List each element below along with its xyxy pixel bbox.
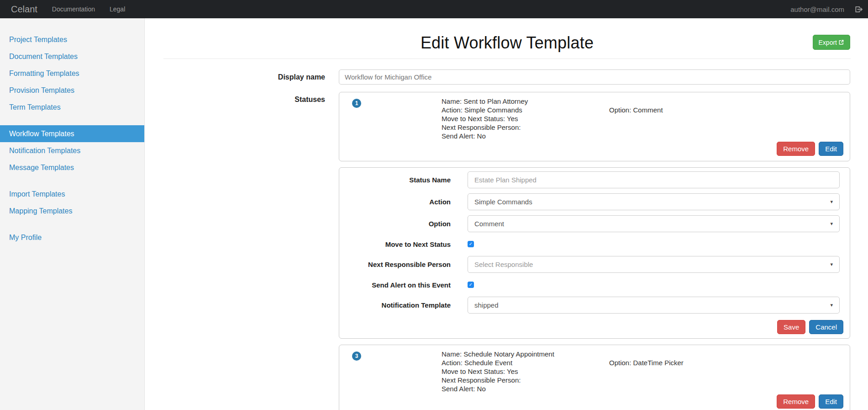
status-card-3: 3 Name: Schedule Notary Appointment Acti… [339, 345, 850, 410]
status-name-field-label: Status Name [339, 176, 451, 184]
sidebar-item-project-templates[interactable]: Project Templates [0, 31, 144, 48]
header-divider [163, 59, 851, 59]
move-to-next-checkbox[interactable] [468, 241, 474, 247]
status-name-row: Status Name [339, 171, 843, 188]
sidebar-item-workflow-templates[interactable]: Workflow Templates [0, 125, 144, 142]
sidebar-item-import-templates[interactable]: Import Templates [0, 186, 144, 202]
status-responsible-line: Next Responsible Person: [442, 123, 609, 132]
user-email: author@mail.com [790, 5, 844, 13]
next-responsible-row: Next Responsible Person Select Responsib… [339, 256, 843, 273]
status-option-line: Option: DateTime Picker [609, 350, 843, 393]
notification-template-label: Notification Template [339, 301, 451, 309]
remove-button[interactable]: Remove [777, 394, 815, 409]
next-responsible-select[interactable]: Select Responsible ▾ [468, 256, 840, 273]
cancel-button[interactable]: Cancel [809, 320, 843, 334]
sidebar-item-message-templates[interactable]: Message Templates [0, 159, 144, 176]
status-name-input[interactable] [468, 171, 840, 188]
edit-button[interactable]: Edit [819, 394, 843, 409]
status-card-1-buttons: Remove Edit [352, 142, 843, 156]
sidebar-item-document-templates[interactable]: Document Templates [0, 48, 144, 65]
option-select-value: Comment [474, 220, 504, 228]
action-row: Action Simple Commands ▾ [339, 193, 843, 210]
statuses-label: Statuses [163, 92, 325, 410]
status-card-3-body: 3 Name: Schedule Notary Appointment Acti… [352, 350, 843, 393]
sidebar-group-templates: Project Templates Document Templates For… [0, 31, 144, 116]
status-name-line: Name: Schedule Notary Appointment [442, 350, 609, 358]
export-button[interactable]: Export [813, 35, 850, 50]
status-card-1: 1 Name: Sent to Plan Attorney Action: Si… [339, 92, 850, 161]
option-field-label: Option [339, 220, 451, 228]
nav-link-legal[interactable]: Legal [110, 5, 125, 13]
status-edit-form-card: Status Name Action Simple Commands ▾ [339, 167, 850, 339]
display-name-row: Display name [163, 69, 851, 85]
status-move-line: Move to Next Status: Yes [442, 114, 609, 123]
display-name-input[interactable] [339, 69, 850, 85]
brand-logo[interactable]: Celant [11, 4, 37, 15]
status-card-1-badge-col: 1 [352, 97, 442, 140]
sidebar-item-formatting-templates[interactable]: Formatting Templates [0, 65, 144, 82]
export-icon [838, 39, 844, 45]
sidebar-group-import: Import Templates Mapping Templates [0, 186, 144, 219]
status-card-1-details: Name: Sent to Plan Attorney Action: Simp… [442, 97, 609, 140]
status-name-line: Name: Sent to Plan Attorney [442, 97, 609, 106]
status-responsible-line: Next Responsible Person: [442, 376, 609, 384]
status-action-line: Action: Schedule Event [442, 358, 609, 367]
action-field-label: Action [339, 198, 451, 206]
move-to-next-row: Move to Next Status [339, 237, 843, 251]
sidebar-item-notification-templates[interactable]: Notification Templates [0, 142, 144, 159]
caret-down-icon: ▾ [830, 302, 833, 308]
send-alert-row: Send Alert on this Event [339, 278, 843, 292]
status-move-line: Move to Next Status: Yes [442, 367, 609, 376]
sidebar: Project Templates Document Templates For… [0, 18, 145, 410]
remove-button[interactable]: Remove [777, 142, 815, 156]
status-card-3-badge-col: 3 [352, 350, 442, 393]
page-title: Edit Workflow Template [163, 33, 851, 53]
main-content: Edit Workflow Template Export Display na… [145, 18, 868, 410]
notification-template-row: Notification Template shipped ▾ [339, 297, 843, 314]
next-responsible-label: Next Responsible Person [339, 261, 451, 268]
top-navbar: Celant Documentation Legal author@mail.c… [0, 0, 868, 18]
status-option-line: Option: Comment [609, 97, 843, 140]
action-select[interactable]: Simple Commands ▾ [468, 193, 840, 210]
caret-down-icon: ▾ [830, 221, 833, 227]
send-alert-checkbox[interactable] [468, 282, 474, 288]
display-name-label: Display name [163, 73, 325, 81]
save-button[interactable]: Save [777, 320, 805, 334]
caret-down-icon: ▾ [830, 261, 833, 267]
next-responsible-select-value: Select Responsible [474, 261, 533, 268]
status-number-badge: 3 [352, 351, 361, 361]
sidebar-item-my-profile[interactable]: My Profile [0, 229, 144, 246]
edit-button[interactable]: Edit [819, 142, 843, 156]
notification-template-select[interactable]: shipped ▾ [468, 297, 840, 314]
status-card-1-body: 1 Name: Sent to Plan Attorney Action: Si… [352, 97, 843, 140]
nav-link-documentation[interactable]: Documentation [52, 5, 95, 13]
logout-icon[interactable] [854, 5, 863, 14]
page-header: Edit Workflow Template Export [163, 18, 851, 56]
status-number-badge: 1 [352, 99, 361, 108]
move-to-next-label: Move to Next Status [339, 240, 451, 248]
send-alert-label: Send Alert on this Event [339, 281, 451, 289]
sidebar-group-profile: My Profile [0, 229, 144, 246]
action-select-value: Simple Commands [474, 198, 532, 206]
navbar-right: author@mail.com [790, 5, 863, 14]
sidebar-item-mapping-templates[interactable]: Mapping Templates [0, 202, 144, 219]
status-cards-list: 1 Name: Sent to Plan Attorney Action: Si… [339, 92, 850, 410]
edit-form-buttons: Save Cancel [339, 320, 843, 334]
sidebar-item-term-templates[interactable]: Term Templates [0, 99, 144, 116]
option-select[interactable]: Comment ▾ [468, 215, 840, 232]
status-alert-line: Send Alert: No [442, 132, 609, 140]
caret-down-icon: ▾ [830, 199, 833, 205]
option-row: Option Comment ▾ [339, 215, 843, 232]
status-card-3-buttons: Remove Edit [352, 394, 843, 409]
notification-template-select-value: shipped [474, 301, 499, 309]
status-alert-line: Send Alert: No [442, 384, 609, 393]
status-action-line: Action: Simple Commands [442, 106, 609, 114]
sidebar-item-provision-templates[interactable]: Provision Templates [0, 82, 144, 99]
status-card-3-details: Name: Schedule Notary Appointment Action… [442, 350, 609, 393]
sidebar-group-workflow: Workflow Templates Notification Template… [0, 125, 144, 176]
statuses-row: Statuses 1 Name: Sent to Plan Attorney A… [163, 92, 851, 410]
export-button-label: Export [819, 39, 837, 46]
